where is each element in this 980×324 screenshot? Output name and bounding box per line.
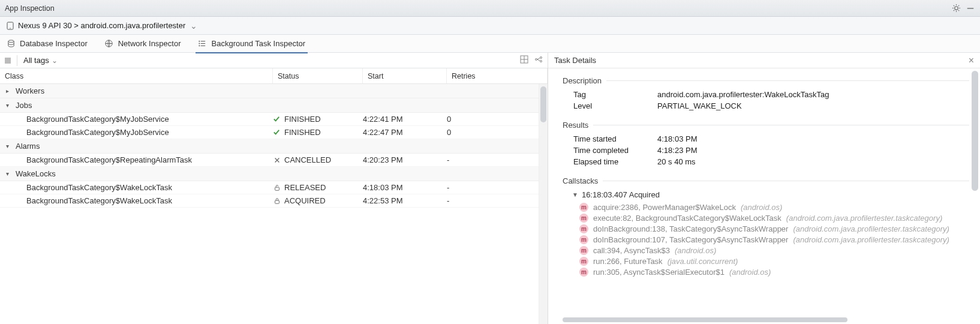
method-badge-icon: m — [579, 214, 588, 223]
device-selector-label[interactable]: Nexus 9 API 30 > android.com.java.profil… — [18, 21, 185, 30]
callstack-text: execute:82, BackgroundTaskCategory$WakeL… — [593, 214, 781, 223]
callstack-line[interactable]: mrun:266, FutureTask(java.util.concurren… — [579, 257, 969, 266]
callstack-toggle[interactable]: ▼ 16:18:03.407 Acquired — [563, 190, 969, 199]
tab-network-inspector[interactable]: Network Inspector — [104, 35, 181, 53]
expander-icon: ▸ — [6, 88, 12, 94]
filter-bar: All tags ⌄ — [0, 53, 548, 68]
cell-class: BackgroundTaskCategory$RepeatingAlarmTas… — [0, 155, 273, 164]
callstack-line[interactable]: macquire:2386, PowerManager$WakeLock(and… — [579, 203, 969, 212]
callstack-toggle-label: 16:18:03.407 Acquired — [582, 190, 660, 199]
svg-point-2 — [10, 28, 10, 28]
desc-tag-value: android.com.java.profilertester:WakeLock… — [657, 90, 969, 99]
group-label: Alarms — [16, 142, 40, 151]
cell-class: BackgroundTaskCategory$WakeLockTask — [0, 183, 273, 192]
cell-status: RELEASED — [273, 183, 363, 192]
group-row[interactable]: ▾WakeLocks — [0, 167, 548, 181]
tab-background-task-inspector[interactable]: Background Task Inspector — [198, 35, 306, 53]
table-row[interactable]: BackgroundTaskCategory$WakeLockTaskACQUI… — [0, 194, 548, 208]
svg-point-6 — [199, 43, 200, 44]
callstack-package: (android.os) — [729, 268, 771, 277]
table-row[interactable]: BackgroundTaskCategory$WakeLockTaskRELEA… — [0, 181, 548, 194]
scrollbar-vertical[interactable] — [971, 70, 979, 322]
res-elapsed-value: 20 s 40 ms — [657, 157, 969, 166]
svg-line-14 — [537, 58, 540, 59]
cell-class: BackgroundTaskCategory$WakeLockTask — [0, 196, 273, 205]
tab-database-inspector[interactable]: Database Inspector — [6, 35, 88, 53]
callstack-text: call:394, AsyncTask$3 — [593, 246, 670, 255]
details-title: Task Details — [554, 56, 596, 65]
table-column-headers: Class Status Start Retries — [0, 68, 548, 84]
device-icon — [6, 22, 14, 30]
table-row[interactable]: BackgroundTaskCategory$MyJobServiceFINIS… — [0, 126, 548, 139]
svg-point-5 — [199, 41, 200, 42]
gear-icon[interactable] — [951, 4, 961, 13]
res-completed-value: 4:18:23 PM — [657, 146, 969, 155]
cell-start: 4:22:53 PM — [363, 196, 447, 205]
check-icon — [273, 128, 281, 136]
minimize-icon[interactable] — [966, 4, 975, 13]
globe-icon — [104, 39, 114, 49]
chevron-down-icon: ⌄ — [52, 56, 58, 65]
callstack-text: acquire:2386, PowerManager$WakeLock — [593, 203, 736, 212]
cell-class: BackgroundTaskCategory$MyJobService — [0, 128, 273, 137]
res-started-value: 4:18:03 PM — [657, 134, 969, 143]
callstack-package: (android.com.java.profilertester.taskcat… — [793, 224, 949, 233]
desc-level-label: Level — [573, 101, 657, 110]
callstack-line[interactable]: mdoInBackground:107, TaskCategory$AsyncT… — [579, 235, 969, 244]
col-header-start[interactable]: Start — [363, 68, 447, 83]
cell-start: 4:20:23 PM — [363, 155, 447, 164]
callstack-text: run:305, AsyncTask$SerialExecutor$1 — [593, 268, 725, 277]
callstack-line[interactable]: mdoInBackground:138, TaskCategory$AsyncT… — [579, 224, 969, 233]
method-badge-icon: m — [579, 246, 588, 255]
callstack-package: (java.util.concurrent) — [668, 257, 738, 266]
svg-rect-17 — [275, 200, 279, 203]
method-badge-icon: m — [579, 203, 588, 212]
callstack-line[interactable]: mexecute:82, BackgroundTaskCategory$Wake… — [579, 214, 969, 223]
callstack-text: doInBackground:107, TaskCategory$AsyncTa… — [593, 235, 788, 244]
cell-retries: - — [447, 183, 548, 192]
method-badge-icon: m — [579, 268, 588, 277]
col-header-class[interactable]: Class — [0, 68, 273, 83]
svg-point-13 — [540, 61, 542, 62]
details-header: Task Details × — [548, 53, 980, 68]
expander-icon: ▾ — [6, 170, 12, 177]
group-row[interactable]: ▾Alarms — [0, 139, 548, 154]
col-header-retries[interactable]: Retries — [447, 68, 548, 83]
close-icon[interactable]: × — [969, 56, 974, 65]
stop-icon[interactable] — [5, 58, 11, 64]
method-badge-icon: m — [579, 235, 588, 244]
section-title-results: Results — [563, 119, 969, 131]
scrollbar-horizontal[interactable] — [563, 317, 969, 323]
cell-retries: - — [447, 155, 548, 164]
table-row[interactable]: BackgroundTaskCategory$RepeatingAlarmTas… — [0, 154, 548, 167]
callstack-line[interactable]: mcall:394, AsyncTask$3(android.os) — [579, 246, 969, 255]
graph-view-icon[interactable] — [534, 55, 543, 65]
tags-filter-dropdown[interactable]: All tags ⌄ — [23, 56, 58, 65]
scrollbar-vertical[interactable] — [539, 84, 548, 324]
group-row[interactable]: ▸Workers — [0, 84, 548, 98]
lock-icon — [273, 197, 281, 205]
tab-label: Database Inspector — [20, 39, 88, 48]
svg-line-15 — [537, 59, 540, 61]
chevron-down-icon[interactable]: ⌄ — [189, 21, 197, 31]
cell-status: ACQUIRED — [273, 196, 363, 205]
callstack-package: (android.com.java.profilertester.taskcat… — [793, 235, 949, 244]
table-view-icon[interactable] — [520, 55, 528, 65]
table-row[interactable]: BackgroundTaskCategory$MyJobServiceFINIS… — [0, 113, 548, 126]
cell-status: FINISHED — [273, 128, 363, 137]
res-elapsed-label: Elapsed time — [573, 157, 657, 166]
expander-icon: ▾ — [6, 143, 12, 149]
callstack-package: (android.os) — [741, 203, 782, 212]
list-icon — [198, 39, 208, 49]
callstack-text: run:266, FutureTask — [593, 257, 663, 266]
section-title-callstacks: Callstacks — [563, 175, 969, 187]
svg-point-12 — [540, 57, 542, 59]
svg-point-7 — [199, 45, 200, 46]
tab-label: Network Inspector — [118, 39, 181, 48]
group-row[interactable]: ▾Jobs — [0, 98, 548, 113]
callstack-line[interactable]: mrun:305, AsyncTask$SerialExecutor$1(and… — [579, 268, 969, 277]
cell-retries: 0 — [447, 128, 548, 137]
tool-window-title: App Inspection — [5, 4, 55, 13]
col-header-status[interactable]: Status — [273, 68, 363, 83]
svg-rect-16 — [275, 187, 279, 190]
